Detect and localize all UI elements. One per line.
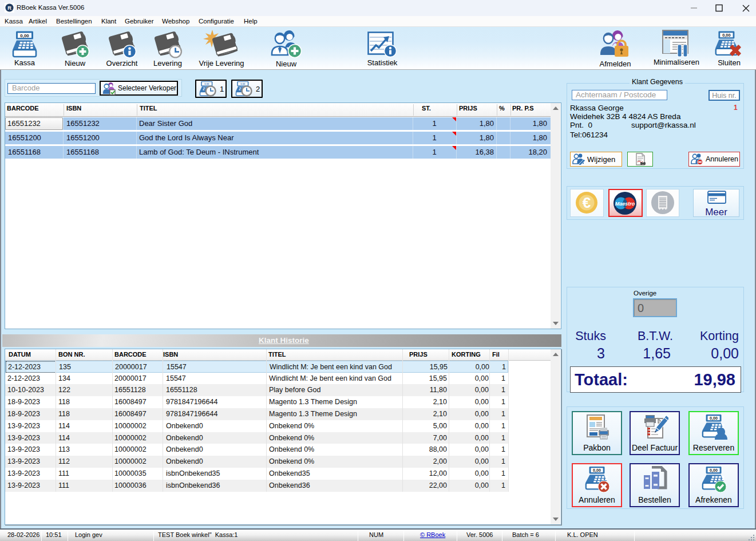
svg-text:0.00: 0.00 <box>204 82 209 85</box>
svg-text:0.00: 0.00 <box>240 82 246 85</box>
svg-text:0,00: 0,00 <box>722 33 730 38</box>
svg-text:0,00: 0,00 <box>20 33 29 38</box>
svg-text:R: R <box>7 5 11 11</box>
svg-text:€: € <box>583 194 591 211</box>
svg-text:Maestro: Maestro <box>615 200 635 206</box>
svg-text:0,00: 0,00 <box>710 468 718 473</box>
svg-text:0,00: 0,00 <box>593 468 601 473</box>
svg-text:0,00: 0,00 <box>710 416 718 421</box>
